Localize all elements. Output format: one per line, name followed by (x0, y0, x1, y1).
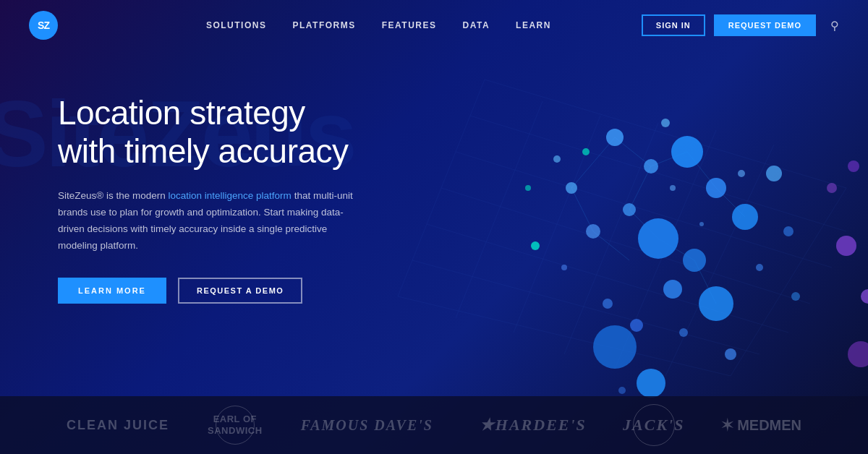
svg-point-61 (618, 387, 626, 394)
svg-point-53 (861, 289, 868, 304)
svg-line-22 (694, 260, 716, 304)
navbar: SZ SOLUTIONS PLATFORMS FEATURES DATA LEA… (0, 0, 868, 51)
brand-medmen: ✶ MedMen (721, 416, 801, 434)
svg-line-16 (571, 137, 615, 188)
svg-point-41 (553, 155, 561, 163)
svg-line-5 (412, 260, 760, 354)
svg-line-3 (441, 188, 810, 304)
nav-features[interactable]: FEATURES (382, 20, 437, 30)
svg-point-49 (531, 241, 540, 250)
search-icon[interactable]: ⚲ (830, 19, 839, 33)
svg-point-50 (582, 148, 590, 155)
svg-point-39 (663, 280, 682, 299)
svg-line-14 (615, 137, 651, 166)
svg-point-46 (603, 299, 613, 309)
svg-point-27 (638, 218, 678, 259)
svg-point-54 (848, 160, 859, 172)
svg-point-43 (783, 226, 793, 236)
svg-line-4 (427, 224, 788, 333)
brand-jacks: Jack's (633, 404, 675, 446)
svg-point-55 (848, 341, 868, 367)
brand-famous-daves: Famous Dave's (301, 417, 433, 434)
svg-point-26 (732, 204, 758, 230)
svg-line-17 (687, 152, 716, 188)
hero-title: Location strategywith timely accuracy (58, 94, 369, 171)
svg-line-0 (485, 80, 846, 188)
svg-point-58 (699, 222, 704, 226)
svg-line-10 (564, 123, 658, 354)
svg-line-12 (665, 145, 774, 376)
nav-solutions[interactable]: SOLUTIONS (206, 20, 267, 30)
svg-point-47 (561, 265, 567, 270)
hero-description: SiteZeus® is the modern location intelli… (58, 188, 369, 254)
nav-links: SOLUTIONS PLATFORMS FEATURES DATA LEARN (116, 20, 642, 30)
brand-clean-juice: CLEAN JUICE (67, 418, 169, 433)
nav-learn[interactable]: LEARN (516, 20, 551, 30)
page-wrapper: SiteZeus (0, 0, 868, 454)
svg-line-18 (716, 188, 745, 217)
svg-point-34 (706, 178, 726, 198)
svg-line-6 (398, 296, 731, 376)
svg-point-32 (644, 159, 658, 174)
brand-earl-of-sandwich: EARL OFSANDWICH (216, 406, 255, 445)
svg-point-30 (637, 369, 665, 398)
svg-point-40 (725, 348, 736, 360)
svg-point-48 (630, 319, 643, 332)
svg-point-52 (836, 236, 856, 256)
svg-point-33 (566, 182, 577, 194)
hero-desc-link[interactable]: location intelligence platform (169, 190, 292, 201)
brand-hardees: ★Hardee's (480, 416, 587, 434)
svg-line-13 (731, 188, 846, 376)
signin-button[interactable]: SIGN IN (642, 14, 705, 36)
hero-desc-pre: SiteZeus® is the modern (58, 190, 169, 201)
svg-line-7 (398, 80, 485, 296)
svg-line-24 (593, 231, 629, 260)
svg-point-59 (738, 170, 745, 177)
svg-point-45 (791, 292, 800, 301)
map-visualization (340, 43, 868, 419)
logo[interactable]: SZ (29, 11, 58, 40)
svg-point-28 (699, 286, 733, 321)
svg-point-25 (671, 136, 703, 168)
svg-point-35 (623, 203, 636, 216)
request-demo-hero-button[interactable]: REQUEST A DEMO (178, 278, 302, 304)
svg-point-60 (679, 328, 688, 337)
logo-bar: CLEAN JUICE EARL OFSANDWICH Famous Dave'… (0, 396, 868, 454)
svg-point-57 (670, 185, 676, 191)
svg-point-51 (525, 185, 531, 191)
svg-line-21 (658, 239, 694, 260)
nav-actions: SIGN IN REQUEST DEMO ⚲ (642, 14, 839, 36)
nav-data[interactable]: DATA (463, 20, 490, 30)
svg-line-20 (629, 210, 658, 239)
svg-point-37 (586, 224, 600, 239)
svg-point-36 (683, 249, 706, 272)
svg-line-11 (615, 130, 716, 369)
nav-platforms[interactable]: PLATFORMS (292, 20, 355, 30)
svg-line-8 (456, 101, 542, 318)
svg-point-29 (593, 325, 637, 369)
svg-point-44 (756, 264, 763, 271)
svg-line-9 (514, 116, 600, 333)
learn-more-button[interactable]: LEARN MORE (58, 278, 166, 304)
svg-point-38 (766, 166, 782, 181)
svg-line-19 (629, 166, 651, 210)
svg-point-42 (661, 119, 670, 127)
svg-line-2 (456, 152, 832, 267)
svg-line-23 (571, 188, 593, 231)
request-demo-nav-button[interactable]: REQUEST DEMO (714, 14, 816, 36)
hero-buttons: LEARN MORE REQUEST A DEMO (58, 278, 369, 304)
hero-section: Location strategywith timely accuracy Si… (0, 51, 398, 304)
svg-line-1 (470, 116, 846, 231)
svg-point-56 (827, 183, 837, 193)
svg-point-31 (606, 129, 624, 146)
svg-line-15 (651, 152, 687, 166)
